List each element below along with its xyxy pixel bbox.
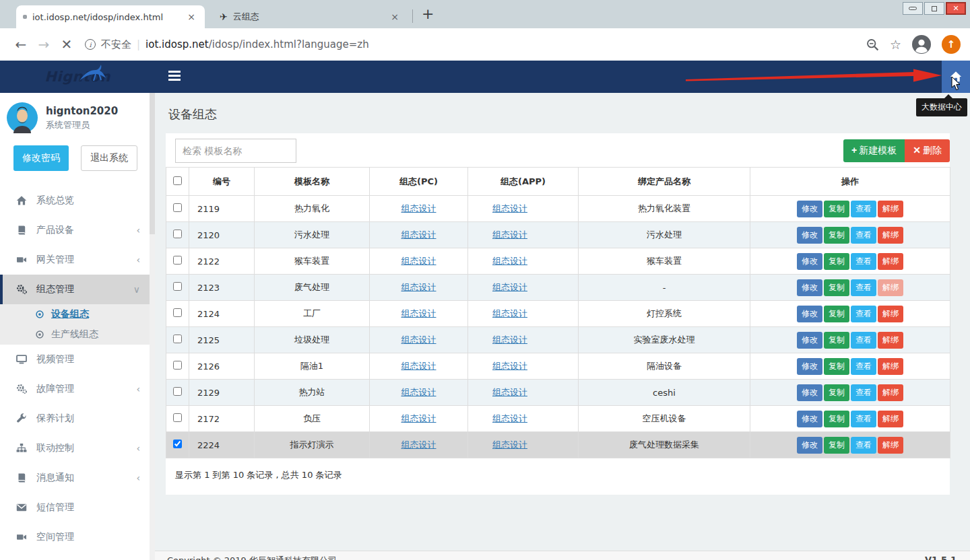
sidebar-item-fault[interactable]: 故障管理 ‹ (0, 374, 155, 404)
view-button[interactable]: 查看 (851, 306, 876, 322)
edit-button[interactable]: 修改 (797, 384, 822, 401)
view-button[interactable]: 查看 (851, 384, 876, 401)
unbind-button[interactable]: 解绑 (878, 201, 903, 217)
stop-loading-button[interactable]: ✕ (55, 36, 78, 53)
unbind-button-disabled[interactable]: 解绑 (878, 279, 903, 296)
edit-button[interactable]: 修改 (797, 306, 822, 322)
copy-button[interactable]: 复制 (824, 306, 849, 322)
copy-button[interactable]: 复制 (824, 358, 849, 375)
unbind-button[interactable]: 解绑 (878, 358, 903, 375)
pc-config-link[interactable]: 组态设计 (401, 387, 437, 397)
app-config-link[interactable]: 组态设计 (492, 335, 527, 345)
app-config-link[interactable]: 组态设计 (492, 256, 527, 266)
browser-tab-inactive[interactable]: ✈ 云组态 × (213, 5, 408, 28)
app-config-link[interactable]: 组态设计 (492, 230, 527, 240)
edit-button[interactable]: 修改 (797, 437, 822, 454)
app-config-link[interactable]: 组态设计 (492, 361, 527, 371)
view-button[interactable]: 查看 (851, 332, 876, 349)
edit-button[interactable]: 修改 (797, 253, 822, 270)
restore-button[interactable] (924, 2, 944, 15)
edit-button[interactable]: 修改 (797, 279, 822, 296)
sidebar-item-system-overview[interactable]: 系统总览 (0, 186, 155, 215)
edit-button[interactable]: 修改 (797, 411, 822, 427)
search-input[interactable] (175, 139, 296, 163)
info-icon[interactable]: i (85, 39, 96, 50)
close-button[interactable]: ✕ (946, 2, 966, 15)
copy-button[interactable]: 复制 (824, 201, 849, 217)
row-checkbox[interactable] (173, 230, 182, 238)
row-checkbox[interactable] (173, 282, 182, 291)
row-checkbox[interactable] (173, 361, 182, 370)
pc-config-link[interactable]: 组态设计 (401, 308, 437, 318)
zoom-out-icon[interactable] (866, 38, 879, 51)
unbind-button[interactable]: 解绑 (878, 253, 903, 270)
app-config-link[interactable]: 组态设计 (492, 387, 527, 397)
sidebar-subitem-production-line-config[interactable]: 生产线组态 (0, 324, 155, 345)
sidebar-item-notifications[interactable]: 消息通知 ‹ (0, 463, 155, 493)
pc-config-link[interactable]: 组态设计 (401, 230, 437, 240)
app-config-link[interactable]: 组态设计 (492, 282, 527, 292)
sidebar-item-space[interactable]: 空间管理 (0, 522, 155, 552)
view-button[interactable]: 查看 (851, 201, 876, 217)
browser-update-icon[interactable]: ↑ (942, 35, 961, 54)
pc-config-link[interactable]: 组态设计 (401, 413, 437, 423)
view-button[interactable]: 查看 (851, 358, 876, 375)
copy-button[interactable]: 复制 (824, 384, 849, 401)
unbind-button[interactable]: 解绑 (878, 306, 903, 322)
edit-button[interactable]: 修改 (797, 332, 822, 349)
edit-button[interactable]: 修改 (797, 227, 822, 244)
row-checkbox[interactable] (173, 256, 182, 265)
logout-button[interactable]: 退出系统 (81, 145, 137, 171)
view-button[interactable]: 查看 (851, 437, 876, 454)
browser-tab-active[interactable]: iot.idosp.net/idosp/index.html × (16, 5, 205, 28)
row-checkbox[interactable] (173, 308, 182, 317)
app-config-link[interactable]: 组态设计 (492, 203, 527, 213)
big-data-center-home-button[interactable] (942, 61, 970, 93)
bookmark-star-icon[interactable]: ☆ (890, 37, 901, 52)
delete-button[interactable]: ✕删除 (905, 139, 950, 162)
app-config-link[interactable]: 组态设计 (492, 308, 527, 318)
sidebar-item-linkage[interactable]: 联动控制 ‹ (0, 433, 155, 463)
pc-config-link[interactable]: 组态设计 (401, 440, 437, 450)
tab-close-icon[interactable]: × (388, 11, 401, 22)
sidebar-item-product-devices[interactable]: 产品设备 ‹ (0, 215, 155, 245)
sidebar-subitem-device-config[interactable]: 设备组态 (0, 304, 155, 324)
sidebar-item-configuration[interactable]: 组态管理 ∨ (0, 275, 155, 304)
sidebar-item-sms[interactable]: 短信管理 (0, 493, 155, 522)
view-button[interactable]: 查看 (851, 227, 876, 244)
row-checkbox[interactable] (173, 413, 182, 422)
copy-button[interactable]: 复制 (824, 332, 849, 349)
unbind-button[interactable]: 解绑 (878, 384, 903, 401)
sidebar-item-maintenance[interactable]: 保养计划 (0, 404, 155, 433)
forward-button[interactable]: → (32, 36, 55, 53)
row-checkbox[interactable] (173, 440, 182, 448)
minimize-button[interactable] (903, 2, 923, 15)
tab-close-icon[interactable]: × (185, 11, 198, 22)
edit-button[interactable]: 修改 (797, 358, 822, 375)
sidebar-item-gateway[interactable]: 网关管理 ‹ (0, 245, 155, 275)
view-button[interactable]: 查看 (851, 253, 876, 270)
view-button[interactable]: 查看 (851, 279, 876, 296)
row-checkbox[interactable] (173, 335, 182, 343)
edit-button[interactable]: 修改 (797, 201, 822, 217)
new-template-button[interactable]: +新建模板 (843, 139, 905, 162)
copy-button[interactable]: 复制 (824, 437, 849, 454)
sidebar-scrollbar[interactable] (150, 93, 155, 560)
pc-config-link[interactable]: 组态设计 (401, 203, 437, 213)
pc-config-link[interactable]: 组态设计 (401, 361, 437, 371)
new-tab-button[interactable]: + (422, 5, 434, 22)
pc-config-link[interactable]: 组态设计 (401, 335, 437, 345)
profile-avatar-icon[interactable] (912, 35, 931, 54)
copy-button[interactable]: 复制 (824, 253, 849, 270)
select-all-checkbox[interactable] (173, 176, 182, 185)
copy-button[interactable]: 复制 (824, 227, 849, 244)
address-bar[interactable]: i 不安全 | iot.idosp.net/idosp/index.html?l… (85, 38, 858, 51)
pc-config-link[interactable]: 组态设计 (401, 282, 437, 292)
pc-config-link[interactable]: 组态设计 (401, 256, 437, 266)
sidebar-item-video[interactable]: 视频管理 (0, 345, 155, 374)
row-checkbox[interactable] (173, 387, 182, 396)
view-button[interactable]: 查看 (851, 411, 876, 427)
app-config-link[interactable]: 组态设计 (492, 440, 527, 450)
app-config-link[interactable]: 组态设计 (492, 413, 527, 423)
unbind-button[interactable]: 解绑 (878, 332, 903, 349)
